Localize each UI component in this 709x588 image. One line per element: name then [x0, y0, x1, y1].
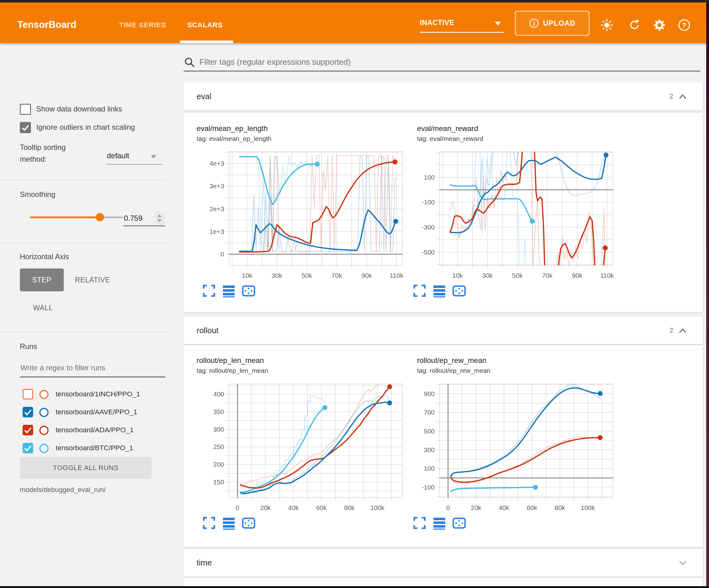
settings-gear-icon[interactable]	[652, 18, 667, 32]
slider-thumb[interactable]	[96, 213, 104, 222]
series-end-dot	[530, 219, 535, 224]
series-smoothed	[240, 402, 390, 493]
check-icon	[20, 122, 31, 133]
data-table-icon[interactable]	[432, 284, 446, 298]
expand-chart-icon[interactable]	[412, 516, 427, 530]
smoothing-spinner[interactable]	[154, 212, 165, 225]
fit-to-data-icon[interactable]	[241, 284, 256, 298]
chart-series	[451, 384, 600, 492]
svg-text:100: 100	[424, 174, 435, 181]
tag-filter-input[interactable]	[199, 57, 695, 67]
svg-text:300: 300	[424, 446, 435, 453]
spinner-up-icon[interactable]	[157, 214, 162, 217]
svg-text:10k: 10k	[452, 272, 463, 279]
check-icon	[23, 443, 33, 453]
series-end-dot	[603, 246, 608, 251]
axis-option-relative[interactable]: RELATIVE	[75, 269, 110, 291]
chart-toolbar	[202, 284, 256, 298]
svg-text:40k: 40k	[288, 504, 299, 511]
svg-text:350: 350	[213, 408, 224, 415]
run-checkbox[interactable]	[23, 407, 33, 417]
check-icon	[23, 407, 33, 417]
show-download-links-checkbox[interactable]	[20, 104, 31, 115]
toggle-all-runs-label: TOGGLE ALL RUNS	[53, 464, 119, 472]
axis-option-wall[interactable]: WALL	[33, 300, 53, 316]
series-end-dot	[315, 162, 320, 167]
chart-title: rollout/ep_len_mean	[196, 356, 264, 365]
chevron-up-icon[interactable]	[678, 327, 687, 334]
smoothing-value-input[interactable]	[123, 212, 153, 225]
svg-text:150: 150	[213, 478, 224, 486]
chart-grid	[437, 152, 613, 268]
section-header-time[interactable]: time	[183, 549, 703, 577]
chart-title: eval/mean_reward	[417, 124, 478, 133]
toggle-all-runs-button[interactable]: TOGGLE ALL RUNS	[20, 457, 152, 479]
run-row[interactable]: tensorboard/ADA/PPO_1	[0, 425, 167, 440]
run-row[interactable]: tensorboard/BTC/PPO_1	[0, 443, 167, 458]
run-color-circle[interactable]	[39, 408, 49, 417]
spinner-down-icon[interactable]	[157, 219, 162, 222]
expand-chart-icon[interactable]	[412, 284, 427, 298]
svg-text:20k: 20k	[471, 504, 481, 511]
svg-text:30k: 30k	[272, 272, 282, 279]
section-header-rollout[interactable]: rollout 2	[183, 316, 703, 344]
chart-toolbar	[412, 284, 466, 298]
chart-toolbar	[202, 516, 256, 530]
line-chart[interactable]: 01e+32e+33e+34e+310k30k50k70k90k110k	[186, 144, 415, 292]
line-chart[interactable]: 150200250300350400020k40k60k80k100k	[186, 376, 415, 524]
chevron-up-icon[interactable]	[678, 93, 687, 100]
help-icon[interactable]: ?	[677, 18, 691, 32]
svg-text:50k: 50k	[512, 272, 523, 279]
run-row[interactable]: tensorboard/1INCH/PPO_1	[0, 389, 167, 404]
caret-down-icon	[495, 22, 501, 25]
run-checkbox[interactable]	[23, 389, 33, 400]
section-header-partial	[183, 578, 703, 586]
expand-chart-icon[interactable]	[202, 284, 216, 298]
run-color-circle[interactable]	[39, 390, 49, 399]
run-color-circle[interactable]	[39, 444, 49, 453]
tooltip-sorting-underline	[107, 164, 162, 165]
caret-down-icon	[151, 155, 156, 158]
data-table-icon[interactable]	[432, 516, 446, 530]
series-end-dot	[603, 153, 608, 158]
axis-option-step[interactable]: STEP	[20, 269, 64, 291]
check-icon	[23, 425, 33, 435]
tag-filter-underline	[184, 71, 700, 72]
run-checkbox[interactable]	[23, 425, 33, 435]
slider-track-filled	[30, 216, 100, 218]
info-icon	[529, 18, 539, 28]
svg-text:30k: 30k	[482, 272, 493, 279]
data-table-icon[interactable]	[222, 516, 236, 530]
series-smoothed	[451, 487, 535, 491]
fit-to-data-icon[interactable]	[241, 516, 256, 530]
section-count-rollout: 2	[669, 326, 673, 334]
desktop-edge-strip	[706, 0, 709, 588]
data-table-icon[interactable]	[222, 284, 236, 298]
smoothing-slider[interactable]	[30, 216, 123, 218]
run-checkbox[interactable]	[23, 443, 33, 453]
svg-text:250: 250	[213, 443, 224, 450]
tab-time-series[interactable]: TIME SERIES	[119, 21, 166, 29]
upload-button[interactable]: UPLOAD	[515, 11, 589, 35]
tooltip-sorting-select[interactable]: default	[107, 151, 162, 160]
fit-to-data-icon[interactable]	[452, 284, 466, 298]
fit-to-data-icon[interactable]	[452, 516, 466, 530]
chevron-down-icon[interactable]	[678, 560, 687, 566]
line-chart[interactable]: -100100300500700900020k40k60k80k100k	[396, 376, 625, 524]
run-label: tensorboard/1INCH/PPO_1	[56, 390, 140, 398]
line-chart[interactable]: 100-100-300-50010k30k50k70k90k110k	[396, 144, 625, 292]
svg-text:200: 200	[213, 461, 224, 468]
run-color-circle[interactable]	[39, 426, 49, 435]
runs-filter-input[interactable]	[20, 363, 163, 373]
section-header-eval[interactable]: eval 2	[183, 82, 703, 110]
section-title-rollout: rollout	[196, 326, 218, 335]
run-label: tensorboard/BTC/PPO_1	[56, 444, 133, 452]
refresh-icon[interactable]	[628, 18, 641, 32]
ignore-outliers-checkbox[interactable]	[20, 122, 31, 133]
status-dropdown[interactable]: INACTIVE	[420, 19, 454, 27]
brightness-icon[interactable]	[599, 18, 614, 32]
expand-chart-icon[interactable]	[202, 516, 216, 530]
svg-text:0: 0	[236, 504, 239, 511]
run-row[interactable]: tensorboard/AAVE/PPO_1	[0, 407, 167, 422]
tab-scalars[interactable]: SCALARS	[187, 21, 222, 29]
